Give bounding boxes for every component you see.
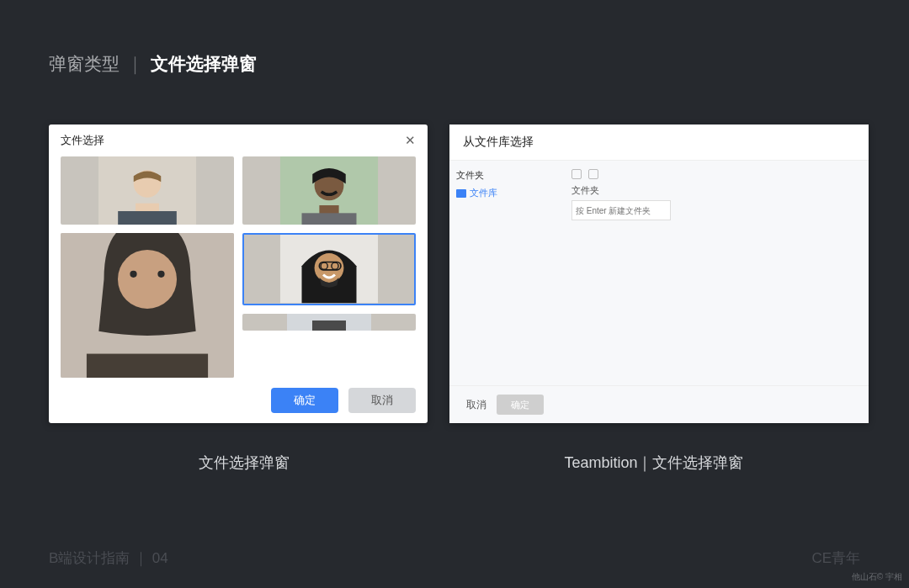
image-tile-4-selected[interactable] <box>242 233 416 305</box>
panel-captions: 文件选择弹窗 Teambition｜文件选择弹窗 <box>49 453 869 473</box>
sidebar-item-label: 文件库 <box>470 187 497 199</box>
dialog-header: 从文件库选择 <box>449 124 869 161</box>
person-photo-icon <box>61 156 234 225</box>
image-grid <box>61 156 416 378</box>
new-folder-icon[interactable] <box>588 169 598 179</box>
svg-point-10 <box>118 250 177 309</box>
main-area: 文件夹 <box>563 161 869 385</box>
dialog-footer: 确定 取消 <box>49 378 428 423</box>
image-tile-1[interactable] <box>61 156 234 225</box>
svg-rect-20 <box>312 320 346 331</box>
dialog-title: 文件选择 <box>61 133 104 148</box>
folder-sidebar: 文件夹 文件库 <box>449 161 563 385</box>
image-tile-2[interactable] <box>242 156 416 225</box>
dialog-body <box>49 156 428 378</box>
dialog-body: 文件夹 文件库 文件夹 <box>449 161 869 385</box>
confirm-button-disabled: 确定 <box>497 395 544 415</box>
svg-point-11 <box>130 271 136 278</box>
header-divider: ｜ <box>126 52 144 76</box>
file-select-dialog: 文件选择 ✕ <box>49 124 428 423</box>
person-photo-icon <box>242 156 416 225</box>
svg-rect-13 <box>87 354 208 378</box>
svg-rect-3 <box>118 211 177 225</box>
sidebar-item-library[interactable]: 文件库 <box>456 187 556 199</box>
image-tile-5[interactable] <box>242 314 416 331</box>
folder-icon <box>456 189 466 198</box>
dialog-title: 从文件库选择 <box>463 135 534 150</box>
close-icon[interactable]: ✕ <box>405 133 416 148</box>
page-header: 弹窗类型 ｜ 文件选择弹窗 <box>49 52 257 76</box>
footer-left: B端设计指南 ｜ 04 <box>49 548 168 568</box>
confirm-button[interactable]: 确定 <box>271 388 338 413</box>
watermark: 他山石© 宇相 <box>852 571 902 583</box>
svg-rect-7 <box>302 213 357 225</box>
image-tile-3[interactable] <box>61 233 234 378</box>
new-folder-input[interactable] <box>571 200 671 220</box>
person-photo-icon <box>242 314 416 331</box>
footer-right: CE青年 <box>811 548 860 568</box>
dialog-footer: 取消 确定 <box>449 385 869 423</box>
header-prefix: 弹窗类型 <box>49 52 120 76</box>
person-photo-icon <box>61 233 234 378</box>
dialog-header: 文件选择 ✕ <box>49 124 428 156</box>
header-title: 文件选择弹窗 <box>151 52 257 76</box>
svg-point-12 <box>157 271 164 278</box>
sidebar-title: 文件夹 <box>456 169 556 182</box>
caption-left: 文件选择弹窗 <box>49 453 439 473</box>
file-library-dialog: 从文件库选择 文件夹 文件库 文件夹 取消 确定 <box>449 124 869 423</box>
caption-right: Teambition｜文件选择弹窗 <box>439 453 869 473</box>
cancel-button[interactable]: 取消 <box>466 398 486 412</box>
folder-label: 文件夹 <box>571 184 860 197</box>
person-photo-icon <box>244 235 414 303</box>
cancel-button[interactable]: 取消 <box>348 388 416 413</box>
toolbar <box>571 169 860 179</box>
new-file-icon[interactable] <box>571 169 582 179</box>
